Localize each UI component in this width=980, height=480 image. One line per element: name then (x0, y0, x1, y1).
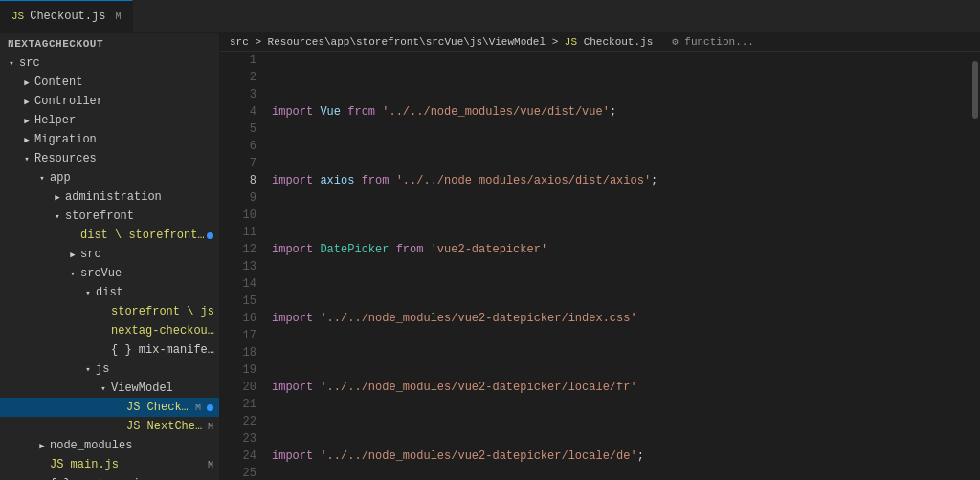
sidebar-item-viewmodel[interactable]: ▾ ViewModel (0, 379, 219, 398)
tree-label: js (96, 362, 219, 376)
line-num-2: 2 (220, 69, 256, 86)
tree-label: dist (96, 286, 219, 299)
sidebar-item-js[interactable]: ▾ js (0, 360, 219, 379)
tree-label: srcVue (80, 267, 219, 280)
modified-badge: M (208, 422, 213, 432)
sidebar-item-mix-manifest[interactable]: ▶ { } mix-manifest.json (0, 340, 219, 360)
tree-label: JS NextCheckout.js (126, 420, 208, 433)
code-container[interactable]: 1 2 3 4 5 6 7 8 9 10 11 12 13 14 15 16 1… (220, 52, 980, 480)
code-line-1: import Vue from '../../node_modules/vue/… (272, 103, 970, 120)
tree-label: { } mix-manifest.json (111, 343, 219, 357)
arrow-icon: ▾ (65, 269, 80, 279)
line-num-10: 10 (220, 207, 256, 224)
sidebar-item-resources[interactable]: ▾ Resources (0, 149, 219, 168)
sidebar-item-node-modules[interactable]: ▶ node_modules (0, 436, 219, 455)
arrow-spacer: ▶ (65, 230, 80, 241)
arrow-icon: ▶ (65, 250, 80, 260)
arrow-icon: ▶ (19, 97, 34, 107)
arrow-spacer: ▶ (111, 422, 126, 432)
code-line-3: import DatePicker from 'vue2-datepicker' (272, 241, 970, 258)
sidebar-item-src2[interactable]: ▶ src (0, 245, 219, 264)
js-icon: JS (11, 11, 24, 22)
code-line-5: import '../../node_modules/vue2-datepick… (272, 379, 970, 396)
line-num-6: 6 (220, 138, 256, 155)
tree-label: dist \ storefront \ js (80, 229, 207, 242)
line-num-12: 12 (220, 241, 256, 258)
line-num-21: 21 (220, 396, 256, 413)
sidebar-item-nextag-checkout[interactable]: ▶ nextag-checkout.js (0, 321, 219, 340)
line-num-1: 1 (220, 52, 256, 69)
tree-label: storefront (65, 209, 219, 223)
tree-label: src (80, 248, 219, 261)
line-num-19: 19 (220, 361, 256, 379)
line-num-15: 15 (220, 293, 256, 310)
line-num-25: 25 (220, 465, 256, 480)
line-num-22: 22 (220, 413, 256, 430)
tree-label: administration (65, 190, 219, 204)
modified-badge: M (195, 403, 201, 413)
code-line-4: import '../../node_modules/vue2-datepick… (272, 310, 970, 327)
line-num-24: 24 (220, 447, 256, 465)
tree-label: Controller (34, 95, 219, 108)
tab-badge: M (115, 11, 121, 22)
code-line-2: import axios from '../../node_modules/ax… (272, 172, 970, 189)
tab-checkout[interactable]: JS Checkout.js M (0, 0, 133, 33)
line-num-18: 18 (220, 344, 256, 361)
sidebar-item-storefront-js[interactable]: ▶ storefront \ js (0, 302, 219, 321)
sidebar-item-app[interactable]: ▾ app (0, 168, 219, 187)
modified-dot (207, 404, 213, 411)
code-editor[interactable]: import Vue from '../../node_modules/vue/… (266, 52, 970, 480)
modified-badge: M (208, 460, 213, 470)
line-num-5: 5 (220, 120, 256, 138)
line-num-4: 4 (220, 103, 256, 120)
scrollbar-thumb (972, 61, 978, 119)
tab-label: Checkout.js (30, 10, 105, 23)
tree-label: Resources (34, 152, 219, 165)
breadcrumb: src > Resources\app\storefront\srcVue\js… (220, 33, 980, 52)
line-numbers: 1 2 3 4 5 6 7 8 9 10 11 12 13 14 15 16 1… (220, 52, 266, 480)
sidebar: NEXTAGCHECKOUT ▾ src ▶ Content ▶ Control… (0, 33, 220, 480)
line-num-20: 20 (220, 379, 256, 396)
sidebar-item-main-js[interactable]: ▶ JS main.js M (0, 455, 219, 474)
editor-area: src > Resources\app\storefront\srcVue\js… (220, 33, 980, 480)
arrow-spacer: ▶ (34, 460, 50, 470)
tree-label: src (19, 56, 219, 70)
modified-dot (207, 232, 213, 239)
arrow-icon: ▾ (34, 173, 50, 184)
sidebar-item-dist2[interactable]: ▾ dist (0, 283, 219, 302)
sidebar-item-package-json[interactable]: ▶ { } package.json (0, 474, 219, 480)
tree-label: JS main.js (50, 458, 208, 471)
sidebar-item-srcvue[interactable]: ▾ srcVue (0, 264, 219, 283)
line-num-3: 3 (220, 86, 256, 103)
tree-label: Migration (34, 133, 219, 146)
sidebar-item-helper[interactable]: ▶ Helper (0, 111, 219, 130)
sidebar-section-header: NEXTAGCHECKOUT (0, 33, 219, 54)
sidebar-item-src[interactable]: ▾ src (0, 54, 219, 73)
line-num-11: 11 (220, 224, 256, 241)
code-line-6: import '../../node_modules/vue2-datepick… (272, 447, 970, 465)
arrow-spacer: ▶ (96, 307, 111, 317)
line-num-9: 9 (220, 189, 256, 207)
arrow-spacer: ▶ (96, 326, 111, 337)
sidebar-item-migration[interactable]: ▶ Migration (0, 130, 219, 149)
sidebar-item-checkout-js[interactable]: ▶ JS Checkout.js M (0, 398, 219, 417)
line-num-23: 23 (220, 430, 256, 447)
arrow-icon: ▾ (4, 58, 19, 69)
arrow-icon: ▾ (80, 288, 96, 298)
sidebar-item-administration[interactable]: ▶ administration (0, 187, 219, 207)
arrow-icon: ▶ (19, 135, 34, 145)
sidebar-item-controller[interactable]: ▶ Controller (0, 92, 219, 111)
tree-label: JS Checkout.js (126, 401, 195, 414)
arrow-spacer: ▶ (96, 345, 111, 356)
sidebar-item-nextcheckout-js[interactable]: ▶ JS NextCheckout.js M (0, 417, 219, 436)
arrow-spacer: ▶ (111, 403, 126, 413)
scrollbar-track[interactable] (970, 52, 980, 480)
breadcrumb-text: src > Resources\app\storefront\srcVue\js… (230, 35, 754, 48)
main-layout: NEXTAGCHECKOUT ▾ src ▶ Content ▶ Control… (0, 33, 980, 480)
sidebar-item-content[interactable]: ▶ Content (0, 73, 219, 92)
sidebar-item-storefront[interactable]: ▾ storefront (0, 207, 219, 226)
tree-label: ViewModel (111, 382, 219, 395)
sidebar-item-dist-storefront[interactable]: ▶ dist \ storefront \ js (0, 226, 219, 245)
line-num-16: 16 (220, 310, 256, 327)
line-num-8: 8 (220, 172, 256, 189)
